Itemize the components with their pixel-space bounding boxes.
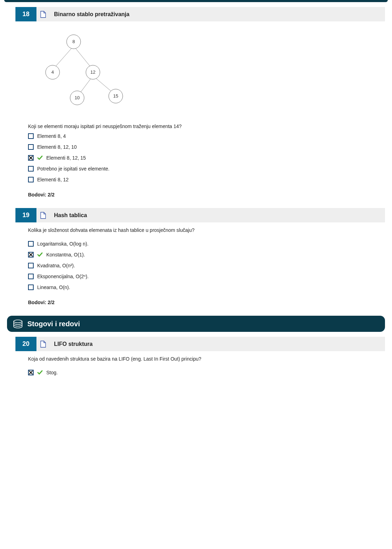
option-text: Eksponencijalna, O(2ⁿ). [37,273,89,280]
option-row[interactable]: Stog. [28,369,385,376]
option-row[interactable]: Linearna, O(n). [28,284,385,291]
option-text: Elementi 8, 12 [37,176,69,183]
question-number: 19 [15,208,36,222]
question-bar-19: 19 Hash tablica [15,208,385,222]
question-title: Hash tablica [50,208,91,222]
checkbox-icon[interactable] [28,144,34,150]
checkbox-checked-icon[interactable] [28,155,34,161]
svg-point-9 [14,320,22,323]
option-text: Elementi 8, 4 [37,133,66,140]
tree-node: 15 [113,93,118,99]
tree-node: 12 [90,69,95,75]
option-row[interactable]: Eksponencijalna, O(2ⁿ). [28,273,385,280]
question-number: 20 [15,337,36,351]
option-row[interactable]: Elementi 8, 4 [28,133,385,140]
option-text: Stog. [46,369,58,376]
option-text: Elementi 8, 12, 15 [46,154,86,162]
checkbox-checked-icon[interactable] [28,252,34,257]
question-stem: Kolika je složenost dohvata elemenata iz… [28,227,385,234]
tree-node: 10 [75,95,80,100]
document-icon [36,7,50,21]
question-bar-18: 18 Binarno stablo pretraživanja [15,7,385,21]
checkbox-icon[interactable] [28,166,34,172]
question-stem: Koja od navedenih struktura se bazira na… [28,355,385,363]
points-label: Bodovi: 2/2 [28,192,385,197]
question-body-20: Koja od navedenih struktura se bazira na… [28,355,385,376]
question-title: LIFO struktura [50,337,97,351]
options-list: Stog. [28,369,385,376]
checkbox-icon[interactable] [28,177,34,182]
option-row[interactable]: Logaritamska, O(log n). [28,240,385,248]
checkbox-icon[interactable] [28,241,34,247]
question-title: Binarno stablo pretraživanja [50,7,134,21]
checkbox-icon[interactable] [28,133,34,139]
tree-node: 4 [51,69,54,75]
checkbox-icon[interactable] [28,284,34,290]
question-body-18: 8 4 12 10 15 Koji se elementi moraju isp… [28,26,385,197]
option-row[interactable]: Potrebno je ispitati sve elemente. [28,165,385,173]
question-body-19: Kolika je složenost dohvata elemenata iz… [28,227,385,305]
checkbox-icon[interactable] [28,263,34,268]
option-text: Linearna, O(n). [37,284,70,291]
correct-tick-icon [37,155,43,161]
option-row[interactable]: Elementi 8, 12, 10 [28,143,385,151]
checkbox-checked-icon[interactable] [28,370,34,375]
section-header: Stogovi i redovi [7,316,385,332]
option-text: Kvadratna, O(n²). [37,262,75,269]
option-row[interactable]: Kvadratna, O(n²). [28,262,385,269]
correct-tick-icon [37,252,43,257]
option-text: Elementi 8, 12, 10 [37,143,77,151]
option-text: Konstantna, O(1). [46,251,85,259]
stack-book-icon [13,319,23,328]
document-icon [36,208,50,222]
options-list: Elementi 8, 4 Elementi 8, 12, 10 Element… [28,133,385,183]
option-text: Logaritamska, O(log n). [37,240,88,248]
document-icon [36,337,50,351]
top-strip [4,0,388,2]
section-title: Stogovi i redovi [27,320,80,328]
option-text: Potrebno je ispitati sve elemente. [37,165,109,173]
checkbox-icon[interactable] [28,274,34,279]
question-number: 18 [15,7,36,21]
option-row[interactable]: Elementi 8, 12, 15 [28,154,385,162]
tree-diagram: 8 4 12 10 15 [28,26,140,113]
option-row[interactable]: Konstantna, O(1). [28,251,385,259]
correct-tick-icon [37,370,43,375]
question-bar-20: 20 LIFO struktura [15,337,385,351]
option-row[interactable]: Elementi 8, 12 [28,176,385,183]
options-list: Logaritamska, O(log n). Konstantna, O(1)… [28,240,385,291]
points-label: Bodovi: 2/2 [28,300,385,305]
question-stem: Koji se elementi moraju ispitati pri neu… [28,123,385,129]
tree-node: 8 [72,39,75,44]
